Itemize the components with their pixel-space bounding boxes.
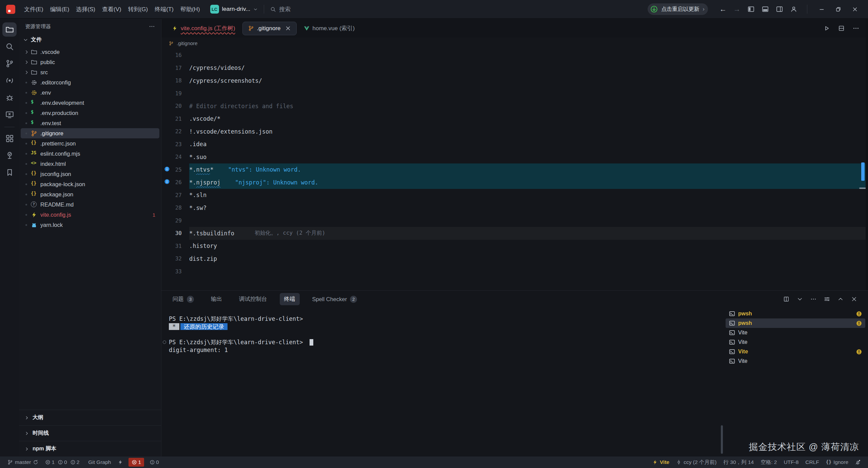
toggle-panel-icon[interactable]: [762, 6, 769, 13]
file-src[interactable]: src: [21, 67, 159, 77]
menu-item-4[interactable]: 转到(G): [125, 3, 152, 15]
editor-line-20[interactable]: 20 # Editor directories and files: [161, 100, 868, 113]
split-editor-icon[interactable]: [838, 25, 845, 32]
tab-vite-config-js[interactable]: vite.config.js (工作树): [166, 22, 241, 35]
file-vite.config.js[interactable]: vite.config.js 1: [21, 210, 159, 220]
terminal-item-0[interactable]: pwsh: [726, 309, 865, 318]
command-decoration[interactable]: [163, 340, 166, 344]
terminal-item-3[interactable]: Vite: [726, 337, 865, 347]
file-public[interactable]: public: [21, 57, 159, 67]
status-encoding[interactable]: UTF-8: [780, 456, 802, 468]
tab-home-vue[interactable]: home.vue (索引): [298, 22, 361, 35]
file-.env.test[interactable]: $ .env.test: [21, 118, 159, 128]
editor-line-21[interactable]: 21 .vscode/*: [161, 113, 868, 125]
panel-tab-3[interactable]: 终端: [280, 293, 300, 305]
menu-item-6[interactable]: 帮助(H): [177, 3, 203, 15]
file-jsconfig.json[interactable]: {} jsconfig.json: [21, 169, 159, 179]
account-icon[interactable]: [790, 6, 797, 13]
file-.gitignore[interactable]: .gitignore: [21, 128, 159, 138]
editor-line-23[interactable]: 23 .idea: [161, 138, 868, 151]
more-actions-icon[interactable]: [810, 296, 816, 302]
npm-scripts-section[interactable]: npm 脚本: [19, 441, 161, 456]
editor-line-16[interactable]: 16: [161, 49, 868, 62]
status-vite[interactable]: Vite: [649, 456, 673, 468]
editor-line-27[interactable]: 27 *.sln: [161, 189, 868, 202]
file-.env[interactable]: .env: [21, 87, 159, 98]
activity-bookmarks[interactable]: [2, 165, 17, 179]
project-switcher[interactable]: LC learn-driv...: [210, 5, 258, 14]
activity-debug[interactable]: [2, 90, 17, 104]
file-yarn.lock[interactable]: yarn.lock: [21, 220, 159, 230]
activity-gitlens[interactable]: [2, 73, 17, 87]
menu-item-3[interactable]: 查看(V): [99, 3, 125, 15]
status-git-graph[interactable]: Git Graph: [85, 456, 114, 468]
minimize-button[interactable]: [819, 6, 825, 12]
tab-gitignore[interactable]: .gitignore: [242, 22, 297, 35]
status-error-lens[interactable]: 1: [129, 458, 144, 467]
activity-explorer[interactable]: [2, 22, 17, 37]
status-bolt[interactable]: [114, 456, 126, 468]
file-package-lock.json[interactable]: {} package-lock.json: [21, 179, 159, 189]
maximize-panel-icon[interactable]: [837, 296, 844, 302]
activity-testing[interactable]: [2, 148, 17, 162]
close-tab-icon[interactable]: [285, 25, 291, 31]
menu-item-5[interactable]: 终端(T): [151, 3, 177, 15]
filter-icon[interactable]: [824, 296, 830, 302]
menu-item-1[interactable]: 编辑(E): [47, 3, 73, 15]
files-section-header[interactable]: 文件: [19, 34, 161, 45]
file-.vscode[interactable]: .vscode: [21, 47, 159, 57]
toggle-sidebar-icon[interactable]: [748, 6, 754, 13]
status-blame[interactable]: ccy (2 个月前): [673, 456, 720, 468]
editor-line-24[interactable]: 24 *.suo: [161, 151, 868, 163]
panel-tab-2[interactable]: 调试控制台: [235, 293, 272, 305]
file-index.html[interactable]: <> index.html: [21, 159, 159, 169]
file-README.md[interactable]: ? README.md: [21, 199, 159, 210]
more-actions-icon[interactable]: [149, 23, 155, 30]
activity-remote[interactable]: [2, 107, 17, 121]
forward-button[interactable]: →: [730, 5, 744, 13]
editor-line-18[interactable]: 18 /cypress/screenshots/: [161, 74, 868, 87]
editor-line-17[interactable]: 17 /cypress/videos/: [161, 62, 868, 75]
editor-line-22[interactable]: 22 !.vscode/extensions.json: [161, 125, 868, 138]
outline-section[interactable]: 大纲: [19, 410, 161, 425]
code-editor[interactable]: 16 17 /cypress/videos/ 18 /cypress/scree…: [161, 49, 868, 279]
status-warning-lens[interactable]: 0: [146, 456, 162, 468]
terminal-output[interactable]: PS E:\zzdsj\郑好学车\learn-drive-client> * 还…: [169, 315, 719, 354]
status-notifications[interactable]: [852, 456, 864, 468]
editor-line-33[interactable]: 33: [161, 265, 868, 278]
file-.prettierrc.json[interactable]: {} .prettierrc.json: [21, 138, 159, 149]
timeline-section[interactable]: 时间线: [19, 425, 161, 441]
editor-line-25[interactable]: 25 *.ntvs* "ntvs": Unknown word.: [161, 163, 868, 176]
toggle-secondary-sidebar-icon[interactable]: [776, 6, 783, 13]
activity-search[interactable]: [2, 39, 17, 54]
launch-profile-icon[interactable]: [797, 296, 803, 302]
editor-line-28[interactable]: 28 *.sw?: [161, 201, 868, 214]
file-.env.development[interactable]: $ .env.development: [21, 98, 159, 108]
editor-line-30[interactable]: 30 *.tsbuildinfo 初始化。, ccy (2 个月前): [161, 227, 868, 240]
panel-tab-0[interactable]: 问题 3: [168, 293, 198, 305]
panel-tab-1[interactable]: 输出: [206, 293, 226, 305]
terminal-item-1[interactable]: pwsh: [726, 318, 865, 328]
panel-scrollbar[interactable]: [721, 425, 723, 454]
file-package.json[interactable]: {} package.json: [21, 189, 159, 199]
file-eslint.config.mjs[interactable]: JS eslint.config.mjs: [21, 149, 159, 159]
file-.env.production[interactable]: $ .env.production: [21, 108, 159, 118]
activity-source-control[interactable]: [2, 56, 17, 71]
run-file-icon[interactable]: [824, 25, 830, 32]
status-branch[interactable]: master: [4, 456, 42, 468]
search-input[interactable]: 搜索: [270, 5, 291, 13]
panel-tab-4[interactable]: Spell Checker 2: [308, 293, 362, 305]
restore-button[interactable]: [835, 6, 841, 12]
terminal-item-2[interactable]: Vite: [726, 328, 865, 337]
status-indentation[interactable]: 空格: 2: [757, 456, 780, 468]
close-panel-icon[interactable]: [851, 296, 857, 302]
editor-line-29[interactable]: 29: [161, 214, 868, 227]
status-language-mode[interactable]: {} Ignore: [823, 456, 852, 468]
editor-line-31[interactable]: 31 .history: [161, 240, 868, 253]
editor-line-26[interactable]: 26 *.njsproj "njsproj": Unknown word.: [161, 176, 868, 189]
editor-line-19[interactable]: 19: [161, 87, 868, 100]
restart-update-button[interactable]: 点击重启以更新 ›: [648, 3, 708, 15]
editor-line-32[interactable]: 32 dist.zip: [161, 252, 868, 265]
file-.editorconfig[interactable]: .editorconfig: [21, 77, 159, 87]
terminal-item-5[interactable]: Vite: [726, 356, 865, 366]
